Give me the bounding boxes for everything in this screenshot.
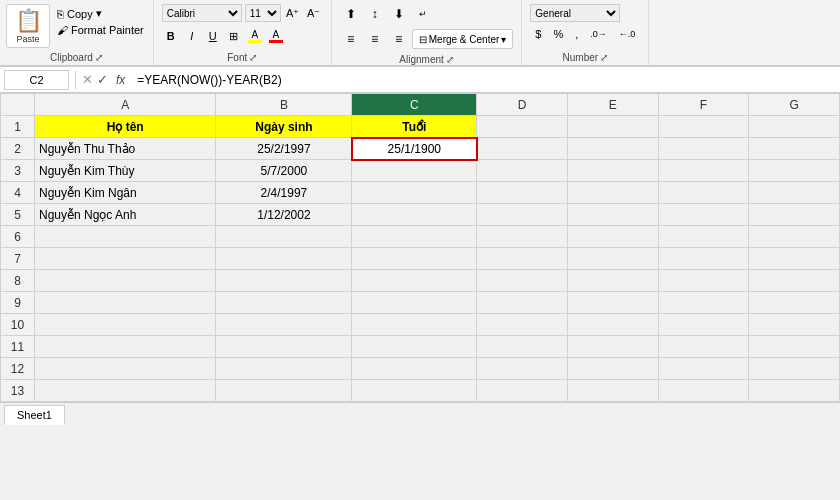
cell-r12-c7[interactable]: [749, 358, 840, 380]
merge-dropdown-icon[interactable]: ▾: [501, 34, 506, 45]
wrap-text-button[interactable]: ↵: [412, 4, 434, 24]
sheet-tab-1[interactable]: Sheet1: [4, 405, 65, 425]
col-header-A[interactable]: A: [35, 94, 216, 116]
cell-r9-c5[interactable]: [567, 292, 658, 314]
cell-r4-c1[interactable]: Nguyễn Kim Ngân: [35, 182, 216, 204]
fill-color-button[interactable]: A: [246, 27, 264, 45]
cell-r1-c6[interactable]: [658, 116, 749, 138]
cell-r5-c6[interactable]: [658, 204, 749, 226]
cell-r6-c7[interactable]: [749, 226, 840, 248]
cell-r7-c5[interactable]: [567, 248, 658, 270]
copy-dropdown-icon[interactable]: ▾: [96, 7, 102, 20]
cell-r13-c3[interactable]: [352, 380, 477, 402]
comma-button[interactable]: ,: [570, 25, 583, 43]
cell-r1-c4[interactable]: [477, 116, 568, 138]
underline-button[interactable]: U: [204, 27, 222, 45]
col-header-F[interactable]: F: [658, 94, 749, 116]
cell-r13-c2[interactable]: [216, 380, 352, 402]
cell-r4-c7[interactable]: [749, 182, 840, 204]
cell-r5-c3[interactable]: [352, 204, 477, 226]
increase-decimal-button[interactable]: .0→: [585, 25, 612, 43]
cell-r1-c2[interactable]: Ngày sinh: [216, 116, 352, 138]
cell-r5-c5[interactable]: [567, 204, 658, 226]
cell-r7-c6[interactable]: [658, 248, 749, 270]
cell-r1-c1[interactable]: Họ tên: [35, 116, 216, 138]
cell-r4-c4[interactable]: [477, 182, 568, 204]
cell-r8-c7[interactable]: [749, 270, 840, 292]
align-left-button[interactable]: ≡: [340, 29, 362, 49]
cell-r13-c4[interactable]: [477, 380, 568, 402]
cell-r7-c7[interactable]: [749, 248, 840, 270]
percent-button[interactable]: %: [548, 25, 568, 43]
cell-r11-c6[interactable]: [658, 336, 749, 358]
cell-r3-c6[interactable]: [658, 160, 749, 182]
cell-r11-c3[interactable]: [352, 336, 477, 358]
cell-r6-c1[interactable]: [35, 226, 216, 248]
cell-r4-c5[interactable]: [567, 182, 658, 204]
col-header-G[interactable]: G: [749, 94, 840, 116]
cell-r8-c5[interactable]: [567, 270, 658, 292]
copy-button[interactable]: ⎘ Copy ▾: [54, 6, 147, 21]
cell-r4-c6[interactable]: [658, 182, 749, 204]
cell-r11-c5[interactable]: [567, 336, 658, 358]
cell-r10-c7[interactable]: [749, 314, 840, 336]
alignment-expand-icon[interactable]: ⤢: [446, 54, 454, 65]
cell-r3-c1[interactable]: Nguyễn Kim Thùy: [35, 160, 216, 182]
cell-r7-c3[interactable]: [352, 248, 477, 270]
cell-r10-c1[interactable]: [35, 314, 216, 336]
col-header-E[interactable]: E: [567, 94, 658, 116]
cell-r12-c3[interactable]: [352, 358, 477, 380]
cell-r12-c1[interactable]: [35, 358, 216, 380]
cell-reference-box[interactable]: C2: [4, 70, 69, 90]
cell-r7-c1[interactable]: [35, 248, 216, 270]
cell-r11-c2[interactable]: [216, 336, 352, 358]
cell-r6-c3[interactable]: [352, 226, 477, 248]
cell-r10-c2[interactable]: [216, 314, 352, 336]
cell-r6-c6[interactable]: [658, 226, 749, 248]
format-painter-button[interactable]: 🖌 Format Painter: [54, 23, 147, 37]
cell-r13-c6[interactable]: [658, 380, 749, 402]
cell-r12-c5[interactable]: [567, 358, 658, 380]
cell-r8-c2[interactable]: [216, 270, 352, 292]
cell-r1-c3[interactable]: Tuổi: [352, 116, 477, 138]
cell-r12-c6[interactable]: [658, 358, 749, 380]
col-header-B[interactable]: B: [216, 94, 352, 116]
cell-r9-c6[interactable]: [658, 292, 749, 314]
cell-r9-c3[interactable]: [352, 292, 477, 314]
align-right-button[interactable]: ≡: [388, 29, 410, 49]
cell-r5-c7[interactable]: [749, 204, 840, 226]
align-top-button[interactable]: ⬆: [340, 4, 362, 24]
cell-r5-c2[interactable]: 1/12/2002: [216, 204, 352, 226]
cell-r9-c7[interactable]: [749, 292, 840, 314]
cell-r11-c7[interactable]: [749, 336, 840, 358]
col-header-D[interactable]: D: [477, 94, 568, 116]
cell-r7-c2[interactable]: [216, 248, 352, 270]
cell-r11-c1[interactable]: [35, 336, 216, 358]
cell-r3-c3[interactable]: [352, 160, 477, 182]
cell-r8-c1[interactable]: [35, 270, 216, 292]
font-color-button[interactable]: A: [267, 27, 285, 45]
font-expand-icon[interactable]: ⤢: [249, 52, 257, 63]
cell-r3-c5[interactable]: [567, 160, 658, 182]
bold-button[interactable]: B: [162, 27, 180, 45]
cell-r6-c4[interactable]: [477, 226, 568, 248]
cell-r6-c2[interactable]: [216, 226, 352, 248]
cell-r2-c2[interactable]: 25/2/1997: [216, 138, 352, 160]
cell-r2-c1[interactable]: Nguyễn Thu Thảo: [35, 138, 216, 160]
cell-r13-c1[interactable]: [35, 380, 216, 402]
cell-r9-c2[interactable]: [216, 292, 352, 314]
cell-r8-c3[interactable]: [352, 270, 477, 292]
currency-button[interactable]: $: [530, 25, 546, 43]
cell-r3-c4[interactable]: [477, 160, 568, 182]
decrease-font-button[interactable]: A⁻: [305, 4, 323, 22]
cell-r4-c2[interactable]: 2/4/1997: [216, 182, 352, 204]
number-expand-icon[interactable]: ⤢: [600, 52, 608, 63]
cell-r4-c3[interactable]: [352, 182, 477, 204]
cell-r9-c4[interactable]: [477, 292, 568, 314]
align-middle-button[interactable]: ↕: [364, 4, 386, 24]
font-name-select[interactable]: Calibri: [162, 4, 242, 22]
paste-button[interactable]: 📋 Paste: [6, 4, 50, 48]
font-size-select[interactable]: 11: [245, 4, 281, 22]
cell-r11-c4[interactable]: [477, 336, 568, 358]
cancel-formula-icon[interactable]: ✕: [82, 72, 93, 87]
